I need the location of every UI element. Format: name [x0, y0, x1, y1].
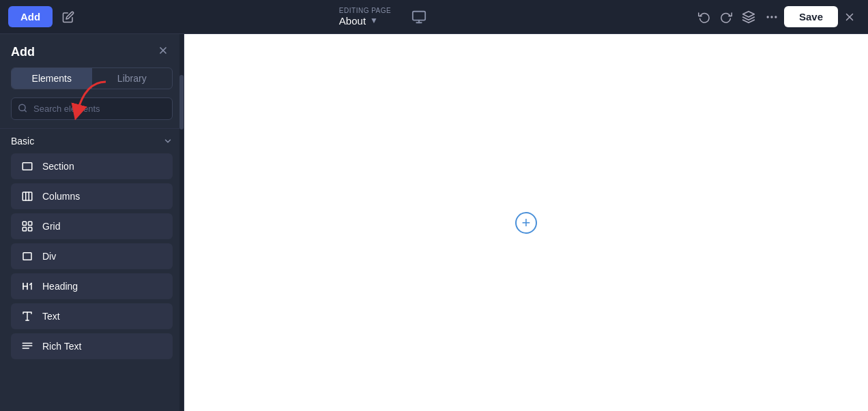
- list-item[interactable]: Rich Text: [11, 333, 173, 359]
- text-label: Text: [42, 311, 60, 322]
- topbar-right: Save: [694, 6, 860, 28]
- topbar-left: Add: [8, 6, 78, 27]
- svg-rect-15: [23, 192, 32, 200]
- text-icon: [20, 310, 34, 322]
- section-label: Section: [42, 161, 74, 172]
- search-icon: [18, 103, 27, 115]
- device-preview-button[interactable]: [405, 5, 433, 29]
- monitor-icon: [411, 10, 426, 25]
- main-layout: Add Elements Library Basic: [0, 34, 868, 411]
- undo-icon: [698, 11, 710, 23]
- tabs-row: Elements Library: [11, 67, 173, 89]
- heading-icon: [20, 280, 34, 292]
- layers-button[interactable]: [738, 6, 760, 28]
- sidebar-close-icon: [158, 45, 169, 56]
- div-icon: [20, 250, 34, 262]
- more-options-button[interactable]: [761, 6, 783, 28]
- page-dropdown-chevron: ▼: [370, 16, 378, 25]
- svg-point-5: [770, 16, 772, 18]
- topbar-center: EDITING PAGE About ▼: [78, 5, 694, 29]
- canvas-add-button[interactable]: +: [515, 212, 537, 234]
- sidebar-header: Add: [0, 34, 184, 67]
- rich-text-icon: [20, 340, 34, 352]
- canvas-inner: +: [184, 34, 868, 411]
- svg-point-4: [766, 16, 768, 18]
- list-item[interactable]: Columns: [11, 183, 173, 209]
- edit-icon-button[interactable]: [58, 7, 78, 27]
- layers-icon: [742, 10, 755, 24]
- close-icon: [843, 11, 856, 23]
- close-button[interactable]: [839, 7, 860, 27]
- svg-marker-3: [743, 11, 755, 16]
- category-basic-header[interactable]: Basic: [0, 129, 184, 153]
- grid-icon: [20, 220, 34, 232]
- tab-library[interactable]: Library: [92, 68, 173, 89]
- redo-icon: [720, 11, 732, 23]
- topbar: Add EDITING PAGE About ▼: [0, 0, 868, 34]
- columns-label: Columns: [42, 191, 80, 202]
- svg-rect-21: [29, 228, 32, 231]
- scrollbar-thumb[interactable]: [179, 75, 184, 130]
- sidebar-scrollbar[interactable]: [179, 34, 184, 411]
- columns-icon: [20, 190, 34, 202]
- svg-rect-18: [23, 222, 26, 225]
- elements-list: Section Columns: [0, 153, 184, 411]
- list-item[interactable]: Heading: [11, 273, 173, 299]
- redo-button[interactable]: [716, 7, 736, 27]
- undo-button[interactable]: [694, 7, 714, 27]
- sidebar-title: Add: [11, 45, 35, 59]
- more-dots-icon: [765, 10, 779, 24]
- svg-rect-19: [29, 222, 32, 225]
- editing-page-name-row[interactable]: About ▼: [339, 15, 378, 27]
- list-item[interactable]: Div: [11, 243, 173, 269]
- category-chevron-icon: [163, 136, 173, 146]
- svg-rect-22: [23, 253, 31, 260]
- editing-page-label: EDITING PAGE: [339, 7, 391, 15]
- add-button[interactable]: Add: [8, 6, 53, 27]
- svg-line-13: [25, 110, 27, 112]
- list-item[interactable]: Grid: [11, 213, 173, 239]
- canvas-area: +: [184, 34, 868, 411]
- search-input[interactable]: [11, 97, 173, 120]
- list-item[interactable]: Text: [11, 303, 173, 329]
- grid-label: Grid: [42, 221, 60, 232]
- heading-label: Heading: [42, 281, 78, 292]
- search-container: [11, 97, 173, 120]
- svg-rect-0: [413, 11, 425, 20]
- svg-rect-20: [23, 228, 26, 231]
- category-label: Basic: [11, 136, 34, 147]
- edit-icon: [62, 11, 74, 23]
- sidebar: Add Elements Library Basic: [0, 34, 184, 411]
- svg-point-6: [775, 16, 777, 18]
- div-label: Div: [42, 251, 56, 262]
- list-item[interactable]: Section: [11, 153, 173, 179]
- rich-text-label: Rich Text: [42, 341, 81, 352]
- section-icon: [20, 160, 34, 172]
- tab-elements[interactable]: Elements: [12, 68, 92, 89]
- save-button[interactable]: Save: [784, 6, 838, 27]
- sidebar-close-button[interactable]: [154, 44, 173, 61]
- page-name: About: [339, 15, 366, 27]
- svg-rect-14: [23, 163, 32, 170]
- editing-page-info: EDITING PAGE About ▼: [339, 7, 391, 27]
